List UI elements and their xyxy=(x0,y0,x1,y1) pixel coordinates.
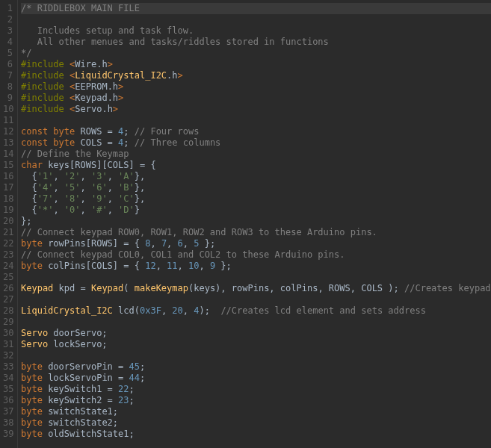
token: h xyxy=(113,81,118,92)
line-number: 35 xyxy=(3,384,13,395)
token: > xyxy=(178,70,183,81)
code-editor[interactable]: 1234567891011121314151617181920212223242… xyxy=(0,0,491,448)
line-number: 36 xyxy=(3,395,13,406)
line-number: 4 xyxy=(3,37,13,48)
line-number: 23 xyxy=(3,249,13,261)
code-line[interactable]: Servo lockServo; xyxy=(21,339,491,350)
line-number: 6 xyxy=(3,59,13,70)
token: Includes setup and task flow. xyxy=(21,25,194,36)
code-line[interactable]: Includes setup and task flow. xyxy=(21,25,491,37)
code-line[interactable]: Servo doorServo; xyxy=(21,328,491,339)
line-number: 30 xyxy=(3,328,13,339)
code-line[interactable]: byte oldSwitchState1; xyxy=(21,429,491,440)
code-line[interactable]: #include <Keypad.h> xyxy=(21,93,491,104)
code-line[interactable]: #include <LiquidCrystal_I2C.h> xyxy=(21,70,491,81)
token: EEPROM xyxy=(75,81,107,92)
token: . xyxy=(108,81,113,92)
token: , xyxy=(108,193,118,204)
token: }; xyxy=(215,261,232,271)
token: const byte xyxy=(21,126,75,137)
code-line[interactable]: {'4', '5', '6', 'B'}, xyxy=(21,182,491,193)
token: . xyxy=(102,104,107,114)
token: 44 xyxy=(129,373,140,383)
token: byte xyxy=(21,361,43,372)
code-line[interactable]: Keypad kpd = Keypad( makeKeymap(keys), r… xyxy=(21,283,491,294)
line-number: 27 xyxy=(3,294,13,305)
code-line[interactable] xyxy=(21,317,491,328)
token: //Creates lcd element and sets address xyxy=(220,305,426,316)
code-line[interactable] xyxy=(21,294,491,305)
token: '7' xyxy=(37,193,54,204)
token: } xyxy=(135,205,140,215)
token: , xyxy=(53,205,64,215)
line-number: 8 xyxy=(3,81,13,93)
line-number: 15 xyxy=(3,160,13,171)
code-line[interactable]: LiquidCrystal_I2C lcd(0x3F, 20, 4); //Cr… xyxy=(21,305,491,317)
token: , xyxy=(161,305,172,316)
code-line[interactable] xyxy=(21,350,491,361)
code-line[interactable]: /* RIDDLEBOX MAIN FILE xyxy=(21,3,491,14)
line-number: 5 xyxy=(3,48,13,59)
line-number: 16 xyxy=(3,171,13,182)
code-line[interactable]: */ xyxy=(21,48,491,59)
code-line[interactable]: {'1', '2', '3', 'A'}, xyxy=(21,171,491,182)
code-line[interactable]: byte doorServoPin = 45; xyxy=(21,361,491,373)
token: ; xyxy=(140,361,145,372)
token: colPins[COLS] xyxy=(43,261,123,271)
token: All other menues and tasks/riddles store… xyxy=(21,37,329,47)
token: /* RIDDLEBOX MAIN FILE xyxy=(21,3,140,13)
code-line[interactable]: char keys[ROWS][COLS] = { xyxy=(21,160,491,171)
token: #include xyxy=(21,81,70,92)
code-line[interactable]: byte switchState2; xyxy=(21,417,491,429)
token: '2' xyxy=(64,171,81,181)
line-number: 14 xyxy=(3,149,13,160)
token: = xyxy=(108,395,118,405)
line-number: 9 xyxy=(3,93,13,104)
token: Wire xyxy=(75,59,96,69)
token: lockServo; xyxy=(48,339,107,349)
code-line[interactable]: All other menues and tasks/riddles store… xyxy=(21,37,491,48)
token: const byte xyxy=(21,137,75,148)
code-line[interactable]: byte lockServoPin = 44; xyxy=(21,373,491,384)
code-line[interactable]: // Connect keypad ROW0, ROW1, ROW2 and R… xyxy=(21,227,491,238)
token: '#' xyxy=(91,205,108,215)
code-line[interactable] xyxy=(21,14,491,25)
code-line[interactable]: #include <Wire.h> xyxy=(21,59,491,70)
code-area[interactable]: /* RIDDLEBOX MAIN FILE Includes setup an… xyxy=(18,0,491,448)
token: , xyxy=(53,182,64,193)
token: Keypad xyxy=(21,283,53,293)
code-line[interactable]: byte keySwitch1 = 22; xyxy=(21,384,491,395)
token: COLS xyxy=(75,137,107,148)
code-line[interactable] xyxy=(21,115,491,126)
token: // Connect keypad ROW0, ROW1, ROW2 and R… xyxy=(21,227,377,237)
code-line[interactable]: {'*', '0', '#', 'D'} xyxy=(21,205,491,216)
line-number: 28 xyxy=(3,305,13,317)
code-line[interactable]: // Connect keypad COL0, COL1 and COL2 to… xyxy=(21,249,491,261)
token: , xyxy=(108,171,118,181)
token: = { xyxy=(140,160,156,170)
code-line[interactable]: {'7', '8', '9', 'C'}, xyxy=(21,193,491,205)
code-line[interactable]: // Define the Keymap xyxy=(21,149,491,160)
code-line[interactable]: byte rowPins[ROWS] = { 8, 7, 6, 5 }; xyxy=(21,238,491,249)
code-line[interactable]: byte colPins[COLS] = { 12, 11, 10, 9 }; xyxy=(21,261,491,272)
line-number: 17 xyxy=(3,182,13,193)
token: switchState1; xyxy=(43,406,118,417)
token: 6 xyxy=(178,238,183,249)
code-line[interactable]: const byte ROWS = 4; // Four rows xyxy=(21,126,491,137)
code-line[interactable]: }; xyxy=(21,216,491,227)
code-line[interactable]: const byte COLS = 4; // Three columns xyxy=(21,137,491,149)
code-line[interactable]: #include <EEPROM.h> xyxy=(21,81,491,93)
token: , xyxy=(108,182,118,193)
code-line[interactable] xyxy=(21,272,491,283)
token: = xyxy=(108,137,118,148)
token: Servo xyxy=(75,104,102,114)
token: { xyxy=(21,182,37,193)
code-line[interactable]: byte keySwitch2 = 23; xyxy=(21,395,491,406)
token: // Three columns xyxy=(135,137,221,148)
token: = xyxy=(108,126,118,137)
code-line[interactable]: #include <Servo.h> xyxy=(21,104,491,115)
code-line[interactable]: byte switchState1; xyxy=(21,406,491,417)
token: , xyxy=(53,193,64,204)
token: kpd xyxy=(53,283,80,293)
line-number: 33 xyxy=(3,361,13,373)
